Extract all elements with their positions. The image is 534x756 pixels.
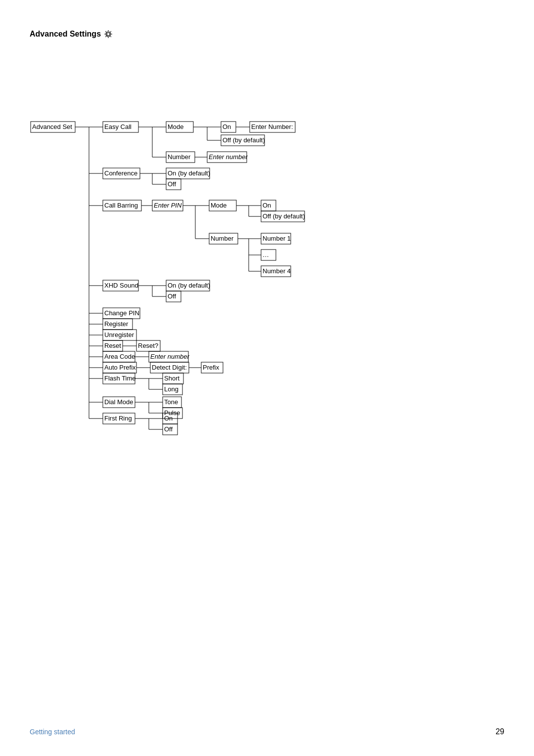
svg-text:Long: Long bbox=[164, 385, 178, 393]
footer-label: Getting started bbox=[30, 728, 75, 736]
svg-text:Number 4: Number 4 bbox=[263, 267, 291, 275]
svg-text:Prefix: Prefix bbox=[203, 364, 220, 371]
tree-diagram: Advanced Set Easy Call Mode On Enter Num… bbox=[30, 48, 504, 454]
svg-text:Unregister: Unregister bbox=[104, 331, 134, 338]
svg-text:Register: Register bbox=[104, 320, 129, 328]
svg-text:Off: Off bbox=[164, 425, 173, 433]
svg-text:Change PIN: Change PIN bbox=[104, 309, 139, 317]
svg-text:XHD Sound: XHD Sound bbox=[104, 282, 138, 289]
page-number: 29 bbox=[495, 727, 504, 736]
svg-text:Dial Mode: Dial Mode bbox=[104, 398, 134, 406]
svg-text:Detect Digit:: Detect Digit: bbox=[152, 364, 187, 371]
gear-icon bbox=[104, 30, 113, 39]
svg-text:Call Barring: Call Barring bbox=[104, 202, 138, 209]
svg-text:Mode: Mode bbox=[211, 202, 227, 209]
root-node: Advanced Set bbox=[32, 123, 72, 130]
svg-text:On: On bbox=[222, 123, 231, 130]
svg-text:Tone: Tone bbox=[164, 398, 178, 406]
svg-text:On: On bbox=[263, 202, 271, 209]
svg-text:Off: Off bbox=[168, 293, 176, 300]
svg-text:On (by default): On (by default) bbox=[168, 169, 210, 177]
svg-text:Enter Number:: Enter Number: bbox=[251, 123, 293, 130]
page-title: Advanced Settings bbox=[30, 30, 504, 39]
page-content: Advanced Settings Advanced Set Easy Call… bbox=[0, 0, 534, 483]
svg-text:Area Code: Area Code bbox=[104, 353, 135, 360]
svg-text:Auto Prefix: Auto Prefix bbox=[104, 364, 136, 371]
svg-point-0 bbox=[107, 33, 110, 36]
svg-text:On (by default): On (by default) bbox=[168, 282, 210, 289]
svg-text:Short: Short bbox=[164, 375, 179, 382]
svg-text:Easy Call: Easy Call bbox=[104, 123, 132, 130]
svg-text:First Ring: First Ring bbox=[104, 415, 132, 422]
svg-text:Mode: Mode bbox=[168, 123, 184, 130]
svg-text:Number: Number bbox=[168, 153, 191, 161]
svg-text:Number 1: Number 1 bbox=[263, 235, 291, 242]
svg-text:Reset: Reset bbox=[104, 342, 121, 349]
svg-text:Off (by default): Off (by default) bbox=[222, 136, 265, 144]
svg-text:Enter number: Enter number bbox=[209, 153, 248, 161]
svg-text:Number: Number bbox=[211, 235, 234, 242]
page-footer: Getting started 29 bbox=[30, 727, 504, 736]
svg-text:Reset?: Reset? bbox=[138, 342, 158, 349]
svg-text:Enter number: Enter number bbox=[150, 353, 189, 360]
svg-text:Flash Time: Flash Time bbox=[104, 375, 136, 382]
svg-text:Conference: Conference bbox=[104, 169, 137, 177]
svg-text:Off (by default): Off (by default) bbox=[263, 212, 305, 220]
title-text: Advanced Settings bbox=[30, 30, 101, 39]
svg-text:…: … bbox=[263, 251, 269, 258]
svg-text:Enter PIN: Enter PIN bbox=[154, 202, 182, 209]
svg-text:Off: Off bbox=[168, 180, 176, 188]
svg-text:On: On bbox=[164, 415, 173, 422]
